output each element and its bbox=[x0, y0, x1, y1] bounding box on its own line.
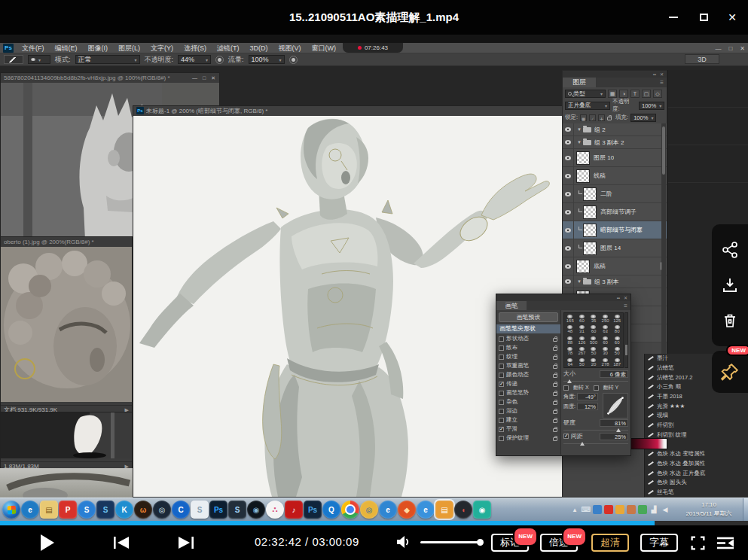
layer-row[interactable]: ▼ 二阶 bbox=[563, 185, 667, 203]
ie3-icon[interactable]: e bbox=[417, 501, 435, 519]
menu-item[interactable]: 图层(L) bbox=[113, 43, 145, 53]
layer-thumbnail[interactable] bbox=[583, 242, 597, 255]
filter-smart-icon[interactable]: ◇ bbox=[653, 90, 662, 98]
panel-close-icon[interactable]: ✕ bbox=[660, 72, 664, 77]
menu-item[interactable]: 文字(Y) bbox=[145, 43, 179, 53]
next-button[interactable] bbox=[178, 537, 194, 549]
tool-preset-row[interactable]: 丝毛笔 bbox=[645, 488, 748, 498]
flow-select[interactable]: 100%▾ bbox=[249, 55, 285, 64]
brush-tip-cell[interactable]: 165 bbox=[564, 313, 576, 324]
ps-minimize-icon[interactable]: — bbox=[715, 45, 721, 52]
size-value[interactable]: 6 像素 bbox=[600, 370, 628, 378]
doc2-titlebar[interactable]: oberto (1).jpg @ 200%(RGB/8#) * bbox=[1, 237, 132, 247]
doc1-titlebar[interactable]: 5867802041134609bb5d8b2fb-vH8xjp.jpg @ 1… bbox=[1, 73, 219, 83]
doc1-window-buttons[interactable]: —□✕ bbox=[188, 73, 219, 83]
app-s-metal-icon[interactable]: S bbox=[228, 501, 246, 519]
layer-visibility-toggle[interactable] bbox=[563, 275, 574, 288]
layer-name[interactable]: 二阶 bbox=[600, 190, 612, 198]
layers-tab[interactable]: 图层 bbox=[563, 78, 596, 87]
lock-all-icon[interactable] bbox=[607, 117, 612, 120]
brush-tip-cell[interactable]: 187 bbox=[611, 357, 623, 368]
layer-thumbnail[interactable] bbox=[576, 151, 590, 165]
brush-option-row[interactable]: 建立 bbox=[496, 415, 560, 425]
playlist-icon[interactable] bbox=[716, 535, 735, 551]
previous-button[interactable] bbox=[113, 537, 130, 549]
brush-tip-cell[interactable]: 50 bbox=[576, 357, 588, 368]
potplayer-icon[interactable]: P bbox=[59, 501, 77, 519]
tray-network-icon[interactable]: ▟ bbox=[649, 505, 658, 514]
brush-tip-cell[interactable]: 60 bbox=[576, 313, 588, 324]
layer-name[interactable]: 底稿 bbox=[594, 262, 606, 270]
layer-row[interactable]: ▼ 组 3 副本 bbox=[563, 275, 667, 288]
brush-tip-cell[interactable]: 30 bbox=[600, 346, 612, 358]
checkbox-icon[interactable] bbox=[499, 436, 504, 441]
flame-app-icon[interactable]: ◆ bbox=[398, 501, 416, 519]
layer-filter-select[interactable]: 类型▾ bbox=[565, 90, 606, 98]
panel-collapse-icon[interactable]: ▪▪ bbox=[653, 72, 656, 77]
document-window-4[interactable] bbox=[0, 468, 133, 498]
app-eye-icon[interactable]: ◉ bbox=[473, 501, 491, 519]
tool-preset-row[interactable]: 干墨 2018 bbox=[645, 392, 748, 402]
layer-thumbnail[interactable] bbox=[576, 260, 590, 273]
app-360-icon[interactable]: ◎ bbox=[360, 501, 378, 519]
tool-preset-row[interactable]: 色块 水边 变暗属性 bbox=[645, 449, 748, 459]
app-k-icon[interactable]: K bbox=[115, 501, 133, 519]
brush-tip-cell[interactable]: 48 bbox=[564, 324, 576, 336]
brush-tip-cell[interactable]: 250 bbox=[600, 313, 612, 324]
subtitle-button[interactable]: 字幕 bbox=[640, 534, 678, 552]
checkbox-icon[interactable] bbox=[499, 355, 504, 360]
brush-tip-cell[interactable]: 63 bbox=[600, 324, 612, 336]
app-blade-icon[interactable]: ◖ bbox=[454, 501, 472, 519]
brush-presets-button[interactable]: 画笔预设 bbox=[499, 312, 558, 322]
brush-tip-cell[interactable]: 20 bbox=[588, 357, 600, 368]
group-expand-icon[interactable]: ▼ bbox=[577, 140, 582, 145]
lock-paint-icon[interactable]: ∕ bbox=[589, 114, 596, 121]
tray-volume-icon[interactable]: ◀ bbox=[661, 505, 670, 514]
music-app-icon[interactable]: ♪ bbox=[285, 501, 303, 519]
brush-option-row[interactable]: 纹理 bbox=[496, 352, 560, 361]
tool-preset-row[interactable]: 色块 圆头头 bbox=[645, 478, 748, 488]
tray-red-app-icon[interactable] bbox=[604, 505, 613, 514]
tray-keyboard-icon[interactable]: ⌨ bbox=[582, 505, 591, 514]
layer-row[interactable]: ▼ 线稿 bbox=[563, 167, 667, 185]
brush-option-row[interactable]: 颜色动态 bbox=[496, 370, 560, 379]
tool-preset-row[interactable]: 色块 水边 叠加属性 bbox=[645, 459, 748, 469]
app-c-icon[interactable]: C bbox=[172, 501, 190, 519]
brush-angle-preview[interactable] bbox=[603, 393, 628, 418]
ps-restore-icon[interactable]: □ bbox=[728, 45, 732, 52]
layer-visibility-toggle[interactable] bbox=[563, 185, 574, 202]
brush-option-row[interactable]: 传递 bbox=[496, 379, 560, 388]
brush-tip-cell[interactable]: 500 bbox=[588, 335, 600, 346]
checkbox-icon[interactable] bbox=[499, 382, 504, 387]
minimize-button[interactable] bbox=[664, 11, 683, 24]
download-icon[interactable] bbox=[721, 276, 739, 294]
group-expand-icon[interactable]: ▼ bbox=[577, 279, 582, 284]
layer-thumbnail[interactable] bbox=[576, 169, 590, 183]
hardness-value[interactable]: 81% bbox=[600, 419, 628, 427]
menu-item[interactable]: 图像(I) bbox=[83, 43, 114, 53]
brush-option-row[interactable]: 杂色 bbox=[496, 397, 560, 406]
notes-app-icon[interactable]: ▤ bbox=[435, 501, 453, 519]
checkbox-icon[interactable] bbox=[499, 336, 504, 342]
mark-button[interactable]: 标记 NEW bbox=[491, 534, 529, 552]
layer-visibility-toggle[interactable] bbox=[563, 221, 574, 239]
layer-row[interactable]: ▼ 底稿 bbox=[563, 257, 667, 275]
checkbox-icon[interactable] bbox=[499, 364, 504, 369]
share-icon[interactable] bbox=[721, 241, 739, 259]
menu-item[interactable]: 文件(F) bbox=[17, 43, 50, 53]
brush-tip-cell[interactable]: 31 bbox=[576, 324, 588, 336]
camera-app-icon[interactable]: ◉ bbox=[247, 501, 265, 519]
layer-row[interactable]: ▼ 组 2 bbox=[563, 123, 667, 136]
checkbox-icon[interactable] bbox=[499, 418, 504, 423]
checkbox-icon[interactable] bbox=[499, 400, 504, 405]
brush-grid-scrollbar[interactable] bbox=[624, 312, 628, 368]
airbrush-icon[interactable] bbox=[215, 56, 224, 64]
blend-mode-select[interactable]: 正片叠底▾ bbox=[565, 102, 610, 110]
brush-tip-cell[interactable]: 88 bbox=[564, 335, 576, 346]
photoshop-icon[interactable]: Ps bbox=[209, 501, 227, 519]
brush-collapse-icon[interactable]: ▪▪ bbox=[617, 296, 620, 300]
menu-item[interactable]: 窗口(W) bbox=[307, 43, 342, 53]
tray-orange-app-icon[interactable] bbox=[627, 505, 636, 514]
document-window-3[interactable]: 1.83M/1.83M ▶ bbox=[0, 412, 133, 468]
brush-tip-cell[interactable]: 125 bbox=[611, 313, 623, 324]
